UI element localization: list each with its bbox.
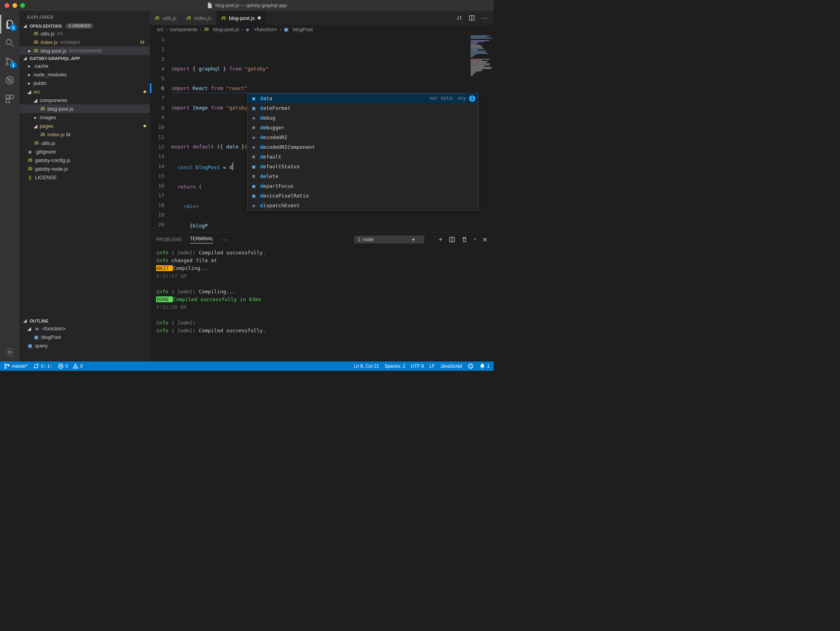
suggest-item[interactable]: ◈dispatchEvent: [248, 201, 478, 210]
activity-scm[interactable]: 1: [0, 52, 19, 71]
outline-header[interactable]: ◢ OUTLINE: [19, 317, 150, 324]
tab-index[interactable]: JS index.js: [181, 11, 216, 25]
window-close-button[interactable]: [5, 3, 9, 8]
suggest-item[interactable]: ◈decodeURIComponent: [248, 142, 478, 152]
window-maximize-button[interactable]: [20, 3, 25, 8]
breadcrumb-src[interactable]: src: [157, 26, 163, 32]
folder-public[interactable]: ▸public: [19, 79, 150, 87]
suggest-label: decodeURIComponent: [260, 142, 475, 152]
folder-images[interactable]: ▸images: [19, 113, 150, 122]
file-label: index.js: [47, 132, 65, 137]
maximize-panel-icon[interactable]: ^: [474, 237, 476, 243]
breadcrumb-blogpost[interactable]: ▣ blogPost: [284, 26, 313, 32]
folder-node-modules[interactable]: ▸node_modules: [19, 70, 150, 79]
activity-debug[interactable]: [0, 71, 19, 90]
breadcrumb-components[interactable]: components: [170, 26, 198, 32]
warning-icon: [72, 363, 79, 369]
suggest-item[interactable]: ◈decodeURI: [248, 132, 478, 142]
activity-search[interactable]: [0, 33, 19, 52]
feedback[interactable]: [467, 363, 474, 369]
scm-badge: 1: [10, 62, 17, 69]
git-branch[interactable]: master*: [4, 363, 28, 369]
open-editors-header[interactable]: ◢ OPEN EDITORS 1 UNSAVED: [19, 23, 150, 29]
code-content[interactable]: import { graphql } from "gatsby" import …: [171, 34, 462, 232]
svg-point-23: [76, 367, 76, 368]
encoding[interactable]: UTF-8: [411, 363, 424, 369]
split-terminal-icon[interactable]: [449, 236, 455, 243]
chevron-down-icon: ◢: [22, 23, 28, 28]
file-utils[interactable]: JSutils.js: [19, 139, 150, 147]
folder-cache[interactable]: ▸.cache: [19, 62, 150, 70]
suggest-item[interactable]: ≡delete: [248, 171, 478, 181]
line-gutter: 1234 5678 9101112 13141516 17181920: [150, 34, 171, 232]
git-sync[interactable]: 0↓ 1↑: [33, 363, 52, 369]
suggest-item[interactable]: ▣datavar data: anyi: [248, 93, 478, 103]
folder-components[interactable]: ◢components: [19, 96, 150, 104]
suggest-kind-icon: ▣: [251, 162, 257, 171]
trash-icon[interactable]: [461, 236, 467, 243]
file-index[interactable]: JSindex.jsM: [19, 130, 150, 139]
tab-utils[interactable]: JS utils.js: [150, 11, 181, 25]
project-header[interactable]: ◢ GATSBY-GRAPHQL-APP: [19, 55, 150, 62]
activity-extensions[interactable]: [0, 90, 19, 108]
folder-pages[interactable]: ◢pages●: [19, 122, 150, 130]
unsaved-badge: 1 UNSAVED: [66, 23, 93, 28]
chevron-down-icon: ◢: [33, 97, 38, 103]
file-label: LICENSE: [35, 174, 57, 180]
suggest-item[interactable]: ≡debugger: [248, 123, 478, 132]
compare-changes-icon[interactable]: [456, 15, 462, 21]
file-license[interactable]: §LICENSE: [19, 173, 150, 182]
more-panels-icon[interactable]: ⋯: [221, 235, 229, 244]
terminal-selector[interactable]: 1: node▾: [354, 236, 424, 243]
breadcrumb-file[interactable]: JS blog-post.js: [204, 26, 239, 32]
suggest-item[interactable]: ▣dateFormat: [248, 103, 478, 113]
outline-item-label: query: [35, 343, 48, 349]
sidebar-title: EXPLORER: [19, 11, 150, 23]
close-panel-icon[interactable]: ✕: [482, 236, 487, 243]
language-mode[interactable]: JavaScript: [440, 363, 462, 369]
breadcrumb[interactable]: src › components › JS blog-post.js › ◈ <…: [150, 25, 494, 34]
open-editor-blogpost[interactable]: ● JS blog-post.js src/components: [19, 46, 150, 55]
more-actions-icon[interactable]: ⋯: [481, 14, 489, 22]
suggest-item[interactable]: ▣defaultStatus: [248, 162, 478, 171]
suggest-kind-icon: ▣: [251, 191, 257, 201]
folder-src[interactable]: ◢src●: [19, 87, 150, 96]
file-gatsby-config[interactable]: JSgatsby-config.js: [19, 156, 150, 164]
smiley-icon: [467, 363, 474, 369]
info-icon[interactable]: i: [469, 95, 475, 102]
breadcrumb-function[interactable]: ◈ <function>: [246, 26, 278, 32]
notifications[interactable]: 1: [479, 363, 490, 369]
open-editor-index[interactable]: JS index.js src/pages M: [19, 38, 150, 46]
tab-blogpost[interactable]: JS blog-post.js: [216, 11, 266, 25]
activity-explorer[interactable]: 1: [0, 15, 19, 33]
indentation[interactable]: Spaces: 2: [385, 363, 405, 369]
suggest-item[interactable]: ◈debug: [248, 113, 478, 123]
activity-settings[interactable]: [0, 343, 19, 361]
outline-query[interactable]: ▣query: [19, 341, 150, 350]
split-editor-icon[interactable]: [469, 15, 475, 21]
file-blogpost[interactable]: JSblog-post.js: [19, 104, 150, 113]
suggest-item[interactable]: ▣departFocus: [248, 181, 478, 191]
file-gatsby-node[interactable]: JSgatsby-node.js: [19, 164, 150, 173]
file-gitignore[interactable]: ◆.gitignore: [19, 147, 150, 156]
code-editor[interactable]: 1234 5678 9101112 13141516 17181920 impo…: [150, 34, 494, 232]
problems-count[interactable]: 0 0: [58, 363, 83, 369]
window-minimize-button[interactable]: [12, 3, 17, 8]
outline-blogpost[interactable]: ▣blogPost: [19, 333, 150, 341]
new-terminal-icon[interactable]: +: [438, 236, 443, 244]
outline-function[interactable]: ◢◈<function>: [19, 324, 150, 333]
panel-tab-problems[interactable]: PROBLEMS: [156, 237, 182, 242]
suggest-kind-icon: ◈: [251, 132, 257, 142]
terminal-output[interactable]: info i [wdm]: Compiled successfully. inf…: [150, 247, 494, 361]
svg-point-17: [5, 367, 6, 368]
suggest-item[interactable]: ≡default: [248, 152, 478, 162]
panel-tab-terminal[interactable]: TERMINAL: [190, 236, 214, 243]
outline-label: OUTLINE: [30, 319, 48, 323]
svg-point-26: [471, 365, 472, 366]
suggest-item[interactable]: ▣devicePixelRatio: [248, 191, 478, 201]
cursor-position[interactable]: Ln 6, Col 21: [354, 363, 379, 369]
eol[interactable]: LF: [429, 363, 435, 369]
open-editor-utils[interactable]: JS utils.js src: [19, 29, 150, 38]
chevron-down-icon: ◢: [26, 89, 32, 95]
js-icon: JS: [33, 141, 40, 145]
